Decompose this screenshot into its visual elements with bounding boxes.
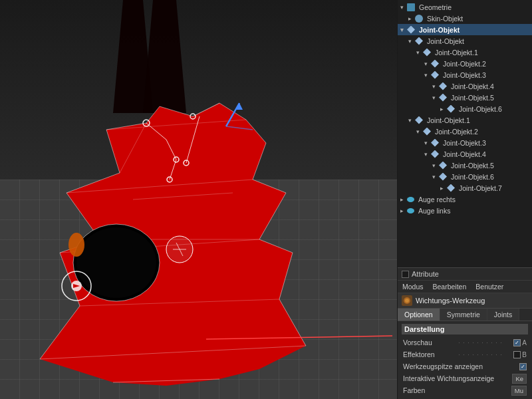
tab-optionen[interactable]: Optionen bbox=[398, 309, 440, 321]
tree-item-joint-objekt-4b[interactable]: ▾Joint-Objekt.4 bbox=[398, 148, 532, 160]
expand-arrow-joint-objekt-7b[interactable]: ▸ bbox=[440, 186, 446, 191]
joint-icon bbox=[447, 105, 455, 113]
tab-joints[interactable]: Joints bbox=[487, 309, 519, 321]
tree-item-joint-objekt-4-1[interactable]: ▾Joint-Objekt.4 bbox=[398, 80, 532, 92]
right-panel: ▾Geometrie▸Skin-Objekt▾Joint-Objekt▾Join… bbox=[397, 0, 532, 399]
scene-tree[interactable]: ▾Geometrie▸Skin-Objekt▾Joint-Objekt▾Join… bbox=[398, 0, 532, 267]
tree-label-joint-objekt-2b: Joint-Objekt.2 bbox=[435, 128, 478, 136]
prop-effektoren-dots: · · · · · · · · · · bbox=[458, 351, 513, 358]
tree-item-skin-objekt[interactable]: ▸Skin-Objekt bbox=[398, 13, 532, 24]
joint-icon bbox=[431, 71, 439, 79]
tree-item-joint-objekt-5b[interactable]: ▾Joint-Objekt.5 bbox=[398, 160, 532, 171]
tree-label-joint-objekt-7b: Joint-Objekt.7 bbox=[459, 184, 502, 192]
joint-icon bbox=[439, 162, 447, 170]
expand-arrow-joint-objekt-6b[interactable]: ▾ bbox=[432, 174, 438, 180]
darstellung-header: Darstellung bbox=[402, 324, 528, 334]
prop-farben-label: Farben bbox=[403, 386, 511, 394]
prop-effektoren: Effektoren · · · · · · · · · · B bbox=[402, 348, 528, 360]
prop-werkzeugspitze-checkbox[interactable] bbox=[519, 363, 527, 370]
tree-label-joint-objekt-4-1: Joint-Objekt.4 bbox=[451, 82, 494, 90]
tree-item-joint-objekt-3b[interactable]: ▾Joint-Objekt.3 bbox=[398, 137, 532, 148]
expand-arrow-joint-objekt-5-1[interactable]: ▾ bbox=[432, 95, 438, 100]
expand-arrow-joint-objekt-5b[interactable]: ▾ bbox=[432, 163, 438, 168]
character-mesh bbox=[0, 0, 397, 399]
tree-item-geometrie[interactable]: ▾Geometrie bbox=[398, 1, 532, 13]
expand-arrow-skin-objekt[interactable]: ▸ bbox=[408, 16, 414, 21]
tree-item-auge-links[interactable]: ▸Auge links bbox=[398, 205, 532, 216]
prop-vorschau-label: Vorschau bbox=[403, 338, 458, 346]
joint-icon bbox=[431, 60, 439, 68]
expand-arrow-joint-objekt-1-1[interactable]: ▾ bbox=[416, 50, 422, 55]
tree-item-joint-objekt-2b[interactable]: ▾Joint-Objekt.2 bbox=[398, 126, 532, 137]
tree-item-joint-objekt-1a[interactable]: ▾Joint-Objekt bbox=[398, 35, 532, 47]
tree-label-skin-objekt: Skin-Objekt bbox=[427, 15, 463, 23]
tree-label-joint-objekt-3-1: Joint-Objekt.3 bbox=[443, 71, 486, 79]
expand-arrow-joint-objekt-1a[interactable]: ▾ bbox=[408, 39, 414, 44]
expand-arrow-joint-objekt-2-1[interactable]: ▾ bbox=[424, 61, 430, 66]
prop-effektoren-checkbox[interactable] bbox=[513, 351, 521, 358]
geo-icon bbox=[407, 3, 415, 11]
tree-item-joint-objekt-1b[interactable]: ▾Joint-Objekt.1 bbox=[398, 114, 532, 126]
tree-label-geometrie: Geometrie bbox=[419, 3, 452, 11]
expand-arrow-joint-objekt-4-1[interactable]: ▾ bbox=[432, 84, 438, 89]
tree-item-joint-objekt-6b[interactable]: ▾Joint-Objekt.6 bbox=[398, 171, 532, 182]
joint-icon bbox=[431, 139, 439, 147]
joint-icon bbox=[439, 94, 447, 102]
expand-arrow-geometrie[interactable]: ▾ bbox=[400, 5, 406, 10]
tree-item-joint-objekt-6-1[interactable]: ▸Joint-Objekt.6 bbox=[398, 103, 532, 114]
darstellung-section: Darstellung Vorschau · · · · · · · · · ·… bbox=[398, 321, 532, 399]
tree-label-joint-objekt-2-1: Joint-Objekt.2 bbox=[443, 60, 486, 68]
joint-icon bbox=[431, 150, 439, 158]
tool-tabs: Optionen Symmetrie Joints bbox=[398, 309, 532, 321]
prop-interactive-label: Interaktive Wichtungsanzeige bbox=[403, 374, 512, 382]
prop-interactive: Interaktive Wichtungsanzeige Ke bbox=[402, 372, 528, 384]
tree-label-joint-objekt-5b: Joint-Objekt.5 bbox=[451, 162, 494, 170]
attribute-enable-checkbox[interactable] bbox=[402, 271, 409, 278]
expand-arrow-auge-rechts[interactable]: ▸ bbox=[400, 197, 406, 202]
tool-icon bbox=[402, 295, 412, 306]
tree-label-joint-objekt-root: Joint-Objekt bbox=[419, 26, 460, 34]
tool-header: Wichtungs-Werkzeug bbox=[398, 293, 532, 309]
expand-arrow-joint-objekt-root[interactable]: ▾ bbox=[400, 27, 406, 33]
tree-item-joint-objekt-7b[interactable]: ▸Joint-Objekt.7 bbox=[398, 182, 532, 194]
prop-effektoren-right: B bbox=[522, 351, 527, 358]
attribute-header: Attribute bbox=[398, 268, 532, 281]
viewport[interactable] bbox=[0, 0, 397, 399]
prop-vorschau-dots: · · · · · · · · · · bbox=[458, 339, 513, 346]
tree-item-joint-objekt-3-1[interactable]: ▾Joint-Objekt.3 bbox=[398, 69, 532, 80]
expand-arrow-auge-links[interactable]: ▸ bbox=[400, 208, 406, 213]
tree-item-joint-objekt-2-1[interactable]: ▾Joint-Objekt.2 bbox=[398, 58, 532, 69]
expand-arrow-joint-objekt-4b[interactable]: ▾ bbox=[424, 152, 430, 157]
expand-arrow-joint-objekt-3-1[interactable]: ▾ bbox=[424, 72, 430, 78]
prop-interactive-value[interactable]: Ke bbox=[512, 374, 527, 384]
svg-point-56 bbox=[405, 299, 409, 303]
prop-farben-value[interactable]: Mu bbox=[511, 386, 527, 396]
expand-arrow-joint-objekt-1b[interactable]: ▾ bbox=[408, 118, 414, 123]
joint-icon bbox=[407, 26, 415, 34]
tree-label-joint-objekt-6-1: Joint-Objekt.6 bbox=[459, 105, 502, 113]
tree-item-joint-objekt-root[interactable]: ▾Joint-Objekt bbox=[398, 24, 532, 35]
prop-vorschau-checkbox[interactable] bbox=[513, 339, 521, 346]
tree-item-joint-objekt-1-1[interactable]: ▾Joint-Objekt.1 bbox=[398, 47, 532, 58]
eye-icon bbox=[407, 197, 414, 202]
prop-farben: Farben Mu bbox=[402, 384, 528, 396]
attr-menu-modus[interactable]: Modus bbox=[400, 282, 426, 291]
expand-arrow-joint-objekt-2b[interactable]: ▾ bbox=[416, 129, 422, 134]
attribute-title: Attribute bbox=[412, 270, 439, 278]
tree-label-joint-objekt-1b: Joint-Objekt.1 bbox=[427, 116, 470, 124]
attr-menu-benutzer[interactable]: Benutzer bbox=[473, 282, 505, 291]
expand-arrow-joint-objekt-3b[interactable]: ▾ bbox=[424, 140, 430, 146]
joint-icon bbox=[423, 128, 431, 136]
eye-icon bbox=[407, 208, 414, 213]
main-layout: ▾Geometrie▸Skin-Objekt▾Joint-Objekt▾Join… bbox=[0, 0, 532, 399]
tree-label-joint-objekt-4b: Joint-Objekt.4 bbox=[443, 150, 486, 158]
tab-symmetrie[interactable]: Symmetrie bbox=[440, 309, 487, 321]
tree-item-joint-objekt-5-1[interactable]: ▾Joint-Objekt.5 bbox=[398, 92, 532, 103]
prop-werkzeugspitze-label: Werkzeugspitze anzeigen bbox=[403, 362, 519, 370]
tree-label-joint-objekt-1-1: Joint-Objekt.1 bbox=[435, 49, 478, 57]
prop-werkzeugspitze: Werkzeugspitze anzeigen bbox=[402, 360, 528, 372]
tree-item-auge-rechts[interactable]: ▸Auge rechts bbox=[398, 194, 532, 205]
tree-label-joint-objekt-6b: Joint-Objekt.6 bbox=[451, 173, 494, 181]
expand-arrow-joint-objekt-6-1[interactable]: ▸ bbox=[440, 106, 446, 112]
attr-menu-bearbeiten[interactable]: Bearbeiten bbox=[431, 282, 469, 291]
